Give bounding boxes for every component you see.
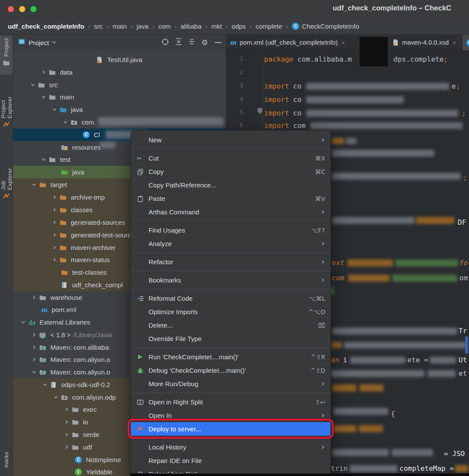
chevron-down-icon[interactable]	[38, 157, 49, 162]
chevron-down-icon[interactable]	[49, 107, 59, 112]
chevron-right-icon[interactable]	[29, 295, 39, 300]
editor-tab-pom.xml-udf-check-completeinfo-[interactable]: mpom.xml (udf_check_completeInfo)×	[226, 35, 360, 50]
tool-window-button-project[interactable]: Project	[0, 36, 13, 75]
menu-item-label: Reformat Code	[149, 295, 304, 302]
menu-item-label: Optimize Imports	[149, 308, 303, 315]
chevron-down-icon[interactable]	[40, 382, 50, 387]
chevron-right-icon[interactable]	[61, 407, 72, 412]
breadcrumb-item[interactable]: complete	[256, 23, 282, 30]
menu-item-more-run-debug[interactable]: More Run/Debug	[131, 377, 330, 391]
editor-tab-maven-4.0.0.xsd[interactable]: maven-4.0.0.xsd×	[389, 35, 462, 50]
tree-item-src[interactable]: src	[13, 79, 226, 91]
minimize-window-button[interactable]	[19, 6, 25, 12]
chevron-right-icon[interactable]	[49, 245, 59, 250]
menu-item-bookmarks[interactable]: Bookmarks	[131, 273, 330, 287]
chevron-right-icon[interactable]	[61, 420, 72, 424]
tree-item-java[interactable]: java	[13, 103, 226, 116]
close-tab-icon[interactable]: ×	[342, 39, 345, 46]
menu-item-refactor[interactable]: Refactor	[131, 255, 330, 269]
menu-item-debug-checkcompletei-main[interactable]: Debug 'CheckCompleteI....main()'^⇧D	[131, 364, 330, 377]
maximize-window-button[interactable]	[30, 6, 36, 12]
chevron-right-icon[interactable]	[49, 207, 59, 212]
menu-item-local-history[interactable]: Local History	[131, 440, 330, 454]
tool-window-button-job-explorer[interactable]: Job Explorer	[0, 154, 13, 201]
line-number: 5	[226, 109, 243, 116]
chevron-down-icon[interactable]	[27, 82, 38, 87]
chevron-right-icon[interactable]	[29, 345, 39, 350]
menu-item-run-checkcompletei-main[interactable]: Run 'CheckCompleteI....main()'^⇧R	[131, 350, 330, 364]
menu-item-analyze[interactable]: Analyze	[131, 237, 330, 250]
blurred-code	[360, 384, 383, 391]
menu-item-delete[interactable]: Delete...⌧	[131, 318, 330, 332]
breadcrumb-separator: ›	[131, 23, 133, 30]
menu-item-open-in[interactable]: Open In	[131, 409, 330, 422]
menu-item-reformat-code[interactable]: Reformat Code⌥⌘L	[131, 292, 330, 305]
menu-item-optimize-imports[interactable]: Optimize Imports^⌥O	[131, 305, 330, 318]
breadcrumb-item[interactable]: java	[136, 23, 149, 30]
expand-all-icon[interactable]	[175, 38, 182, 47]
fold-marker-icon[interactable]	[257, 108, 263, 116]
menu-item-label: Cut	[149, 154, 310, 162]
chevron-right-icon[interactable]	[61, 432, 72, 437]
chevron-right-icon[interactable]	[49, 257, 59, 262]
chevron-right-icon[interactable]	[49, 233, 59, 237]
tree-item-label: warehouse	[50, 294, 82, 301]
folder-excl-icon	[59, 232, 69, 239]
tree-item-data[interactable]: data	[13, 66, 226, 79]
menu-item-paste[interactable]: Paste⌘V	[131, 192, 330, 205]
tree-item-testutil.java[interactable]: TestUtil.java	[13, 53, 226, 66]
menu-item-copy-path-reference[interactable]: Copy Path/Reference...	[131, 178, 330, 192]
chevron-down-icon[interactable]	[38, 95, 49, 99]
chevron-right-icon[interactable]	[61, 445, 72, 450]
menu-item-deploy-to-server[interactable]: Deploy to server...	[131, 422, 330, 436]
blurred-code	[430, 357, 456, 364]
chevron-right-icon[interactable]	[29, 357, 39, 362]
tree-item-label: maven-status	[71, 256, 110, 263]
menu-item-repair-ide-on-file[interactable]: Repair IDE on File	[131, 454, 330, 467]
hide-panel-icon[interactable]: —	[215, 39, 221, 46]
menu-shortcut: ⌘X	[315, 155, 325, 162]
chevron-down-icon[interactable]	[52, 39, 56, 46]
menu-shortcut: ⌥⌘L	[309, 295, 325, 302]
menu-item-cut[interactable]: ✂Cut⌘X	[131, 151, 330, 165]
breadcrumb-item[interactable]: mkt	[211, 23, 222, 30]
breadcrumb-item[interactable]: main	[112, 23, 127, 30]
menu-item-open-in-right-split[interactable]: Open in Right Split⇧↩	[131, 395, 330, 409]
menu-item-find-usages[interactable]: Find Usages⌥F7	[131, 223, 330, 237]
breadcrumb-item[interactable]: alibaba	[181, 23, 201, 30]
editor-tab-partial[interactable]: C	[462, 35, 469, 50]
editor-scrollbar-thumb[interactable]	[465, 336, 468, 354]
project-folder-icon	[3, 59, 10, 68]
tree-item-label: exec	[83, 406, 97, 413]
tree-item-label: < 1.8 >	[50, 331, 71, 338]
chevron-right-icon[interactable]	[29, 332, 39, 337]
menu-item-label: More Run/Debug	[149, 380, 315, 387]
chevron-right-icon[interactable]	[49, 195, 59, 200]
breadcrumb-item[interactable]: odps	[232, 23, 246, 30]
blurred-text	[100, 142, 116, 148]
close-window-button[interactable]	[8, 6, 14, 12]
breadcrumb-item[interactable]: CheckCompleteInfo	[302, 23, 359, 30]
menu-item-new[interactable]: New	[131, 133, 330, 147]
chevron-down-icon[interactable]	[50, 395, 61, 400]
tool-window-button-project-explorer[interactable]: Project Explorer	[0, 75, 13, 130]
chevron-down-icon[interactable]	[29, 370, 39, 374]
locate-icon[interactable]	[162, 38, 169, 47]
chevron-down-icon[interactable]	[60, 120, 70, 125]
chevron-down-icon[interactable]	[29, 182, 39, 187]
tree-item-main[interactable]: main	[13, 91, 226, 103]
settings-gear-icon[interactable]: ⚙	[201, 38, 208, 47]
chevron-down-icon[interactable]	[18, 320, 28, 325]
breadcrumb-item[interactable]: src	[94, 23, 103, 30]
breadcrumb-item[interactable]: udf_check_completeInfo	[8, 23, 84, 30]
tool-window-button-marks[interactable]: marks	[0, 449, 13, 476]
collapse-all-icon[interactable]	[188, 38, 195, 47]
menu-item-copy[interactable]: Copy⌘C	[131, 165, 330, 178]
chevron-right-icon[interactable]	[38, 70, 49, 75]
breadcrumb-item[interactable]: com	[159, 23, 171, 30]
menu-item-override-file-type[interactable]: Override File Type	[131, 332, 330, 345]
code-token: import	[264, 95, 289, 104]
close-tab-icon[interactable]: ×	[452, 39, 456, 46]
menu-item-arthas-command[interactable]: Arthas Command	[131, 205, 330, 219]
chevron-right-icon[interactable]	[49, 220, 59, 225]
